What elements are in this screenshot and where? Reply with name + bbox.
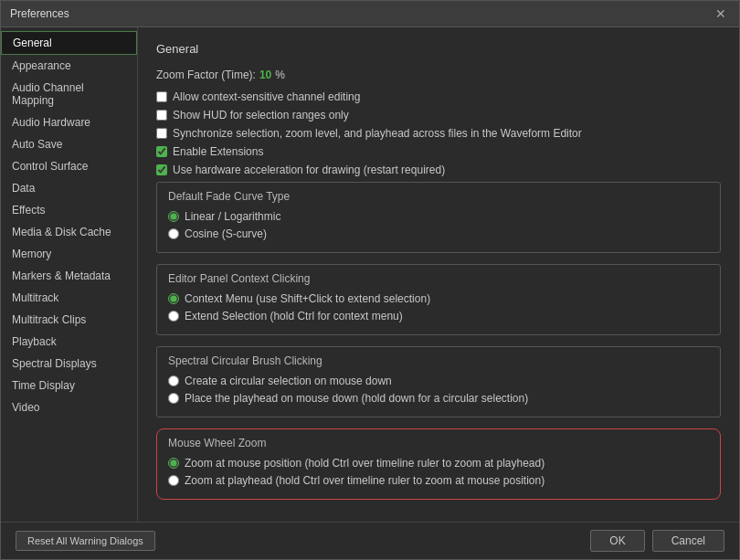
sidebar-item-media-disk-cache[interactable]: Media & Disk Cache	[1, 221, 137, 243]
radio-label-zoom-mouse-pos: Zoom at mouse position (hold Ctrl over t…	[185, 457, 544, 470]
checkbox-row-show-hud: Show HUD for selection ranges only	[156, 109, 721, 122]
sidebar-item-auto-save[interactable]: Auto Save	[1, 133, 137, 155]
checkbox-label-hw-accel: Use hardware acceleration for drawing (r…	[173, 164, 445, 176]
radio-row-zoom-playhead: Zoom at playhead (hold Ctrl over timelin…	[168, 474, 709, 487]
sidebar: GeneralAppearanceAudio Channel MappingAu…	[1, 27, 138, 522]
radio-label-context-menu: Context Menu (use Shift+Click to extend …	[185, 292, 430, 305]
default-fade-curve-group: Default Fade Curve Type Linear / Logarit…	[156, 182, 721, 253]
sidebar-item-time-display[interactable]: Time Display	[1, 375, 137, 396]
radio-row-extend-sel: Extend Selection (hold Ctrl for context …	[168, 310, 709, 322]
checkbox-enable-ext[interactable]	[156, 146, 167, 157]
spectral-options: Create a circular selection on mouse dow…	[168, 375, 709, 405]
radio-label-place-playhead: Place the playhead on mouse down (hold d…	[185, 392, 528, 405]
sidebar-item-audio-channel-mapping[interactable]: Audio Channel Mapping	[1, 77, 137, 111]
checkbox-label-enable-ext: Enable Extensions	[173, 145, 263, 158]
radio-place-playhead[interactable]	[168, 393, 179, 404]
checkbox-hw-accel[interactable]	[156, 164, 167, 175]
mouse-wheel-options: Zoom at mouse position (hold Ctrl over t…	[168, 457, 709, 487]
radio-label-cosine: Cosine (S-curve)	[185, 227, 267, 240]
section-title: General	[156, 42, 721, 56]
sidebar-item-playback[interactable]: Playback	[1, 331, 137, 353]
checkboxes-container: Allow context-sensitive channel editingS…	[156, 90, 721, 176]
radio-cosine[interactable]	[168, 228, 179, 239]
mouse-wheel-zoom-label: Mouse Wheel Zoom	[168, 437, 709, 449]
sidebar-item-spectral-displays[interactable]: Spectral Displays	[1, 353, 137, 375]
checkbox-ctx-channel[interactable]	[156, 91, 167, 102]
checkbox-label-sync-selection: Synchronize selection, zoom level, and p…	[173, 127, 582, 140]
main-panel: General Zoom Factor (Time): 10 % Allow c…	[138, 27, 739, 522]
editor-panel-context-label: Editor Panel Context Clicking	[168, 272, 709, 285]
radio-extend-sel[interactable]	[168, 311, 179, 322]
radio-zoom-playhead[interactable]	[168, 475, 179, 486]
checkbox-label-ctx-channel: Allow context-sensitive channel editing	[173, 90, 360, 103]
sidebar-item-memory[interactable]: Memory	[1, 243, 137, 265]
sidebar-item-effects[interactable]: Effects	[1, 199, 137, 221]
radio-label-extend-sel: Extend Selection (hold Ctrl for context …	[185, 310, 403, 322]
dialog-title: Preferences	[10, 7, 69, 20]
sidebar-item-appearance[interactable]: Appearance	[1, 55, 137, 77]
editor-panel-options: Context Menu (use Shift+Click to extend …	[168, 292, 709, 322]
spectral-circular-group: Spectral Circular Brush Clicking Create …	[156, 346, 721, 417]
reset-warnings-button[interactable]: Reset All Warning Dialogs	[16, 531, 155, 551]
radio-linear[interactable]	[168, 211, 179, 222]
sidebar-item-multitrack-clips[interactable]: Multitrack Clips	[1, 309, 137, 331]
title-bar: Preferences ✕	[1, 1, 739, 27]
sidebar-item-video[interactable]: Video	[1, 396, 137, 418]
radio-row-context-menu: Context Menu (use Shift+Click to extend …	[168, 292, 709, 305]
mouse-wheel-zoom-group: Mouse Wheel Zoom Zoom at mouse position …	[156, 428, 721, 500]
spectral-circular-label: Spectral Circular Brush Clicking	[168, 354, 709, 367]
radio-label-create-circular: Create a circular selection on mouse dow…	[185, 375, 392, 387]
cancel-button[interactable]: Cancel	[652, 530, 724, 552]
sidebar-item-data[interactable]: Data	[1, 177, 137, 199]
zoom-factor-unit: %	[275, 69, 285, 81]
checkbox-label-show-hud: Show HUD for selection ranges only	[173, 109, 349, 122]
radio-zoom-mouse-pos[interactable]	[168, 458, 179, 469]
radio-context-menu[interactable]	[168, 293, 179, 304]
checkbox-row-enable-ext: Enable Extensions	[156, 145, 721, 158]
checkbox-row-ctx-channel: Allow context-sensitive channel editing	[156, 90, 721, 103]
radio-row-create-circular: Create a circular selection on mouse dow…	[168, 375, 709, 387]
radio-row-cosine: Cosine (S-curve)	[168, 227, 709, 240]
preferences-dialog: Preferences ✕ GeneralAppearanceAudio Cha…	[0, 0, 740, 560]
footer: Reset All Warning Dialogs OK Cancel	[1, 522, 739, 559]
radio-label-zoom-playhead: Zoom at playhead (hold Ctrl over timelin…	[185, 474, 544, 487]
close-button[interactable]: ✕	[712, 6, 730, 21]
footer-buttons: OK Cancel	[590, 530, 724, 552]
checkbox-row-sync-selection: Synchronize selection, zoom level, and p…	[156, 127, 721, 140]
sidebar-item-audio-hardware[interactable]: Audio Hardware	[1, 111, 137, 133]
zoom-factor-label: Zoom Factor (Time):	[156, 69, 256, 81]
ok-button[interactable]: OK	[590, 530, 644, 552]
sidebar-item-markers-metadata[interactable]: Markers & Metadata	[1, 265, 137, 287]
sidebar-item-multitrack[interactable]: Multitrack	[1, 287, 137, 309]
sidebar-item-control-surface[interactable]: Control Surface	[1, 155, 137, 177]
radio-row-linear: Linear / Logarithmic	[168, 210, 709, 223]
sidebar-item-general[interactable]: General	[1, 31, 137, 55]
default-fade-curve-label: Default Fade Curve Type	[168, 190, 709, 203]
radio-label-linear: Linear / Logarithmic	[185, 210, 280, 223]
radio-row-zoom-mouse-pos: Zoom at mouse position (hold Ctrl over t…	[168, 457, 709, 470]
radio-create-circular[interactable]	[168, 375, 179, 386]
checkbox-sync-selection[interactable]	[156, 128, 167, 139]
checkbox-show-hud[interactable]	[156, 110, 167, 121]
dialog-content: GeneralAppearanceAudio Channel MappingAu…	[1, 27, 739, 522]
radio-row-place-playhead: Place the playhead on mouse down (hold d…	[168, 392, 709, 405]
zoom-factor-value: 10	[259, 69, 271, 81]
editor-panel-context-group: Editor Panel Context Clicking Context Me…	[156, 264, 721, 335]
checkbox-row-hw-accel: Use hardware acceleration for drawing (r…	[156, 164, 721, 176]
fade-curve-options: Linear / LogarithmicCosine (S-curve)	[168, 210, 709, 240]
zoom-factor-row: Zoom Factor (Time): 10 %	[156, 69, 721, 81]
